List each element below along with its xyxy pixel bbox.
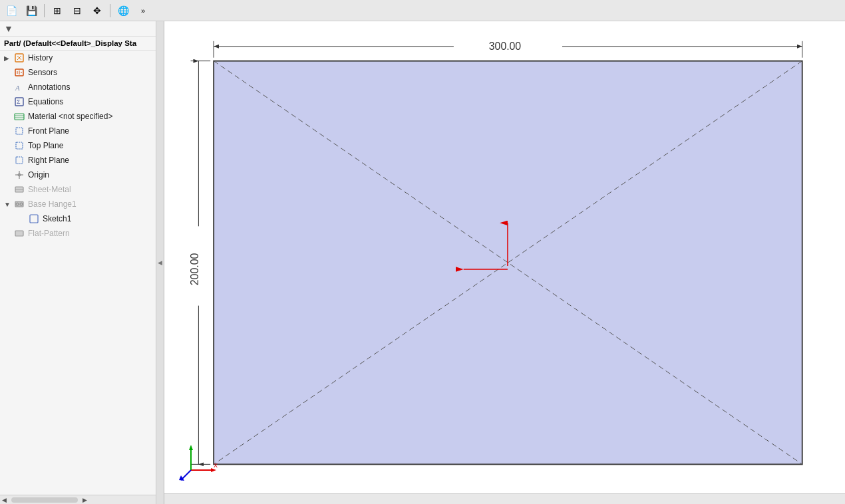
sidebar-collapse-handle[interactable]: ◀ bbox=[156, 21, 164, 504]
svg-text:X: X bbox=[214, 462, 218, 469]
sensors-label: Sensors bbox=[28, 68, 57, 77]
sidebar-filter-bar: ▼ bbox=[0, 21, 156, 37]
new-button[interactable]: 📄 bbox=[3, 2, 20, 19]
sketch1-label: Sketch1 bbox=[43, 214, 71, 223]
sidebar-item-top-plane[interactable]: Top Plane bbox=[0, 138, 156, 153]
sidebar-item-material[interactable]: Material <not specified> bbox=[0, 109, 156, 124]
svg-rect-10 bbox=[15, 114, 24, 120]
top-plane-label: Top Plane bbox=[28, 141, 63, 150]
material-icon bbox=[13, 110, 25, 122]
svg-text:Σ: Σ bbox=[17, 98, 21, 105]
cad-viewport-svg: 300.00 200.00 bbox=[164, 21, 845, 504]
material-label: Material <not specified> bbox=[28, 112, 112, 121]
sidebar-item-history[interactable]: ▶ History bbox=[0, 51, 156, 65]
annotations-label: Annotations bbox=[28, 82, 70, 92]
sidebar-item-flat-pattern[interactable]: Flat-Pattern bbox=[0, 226, 156, 241]
filter-icon: ▼ bbox=[4, 23, 13, 34]
front-plane-label: Front Plane bbox=[28, 126, 69, 136]
view-button[interactable]: 🌐 bbox=[114, 2, 132, 19]
origin-label: Origin bbox=[28, 170, 49, 180]
options-button[interactable]: ⊞ bbox=[49, 2, 66, 19]
sensors-icon bbox=[13, 66, 25, 78]
grid-button[interactable]: ⊟ bbox=[69, 2, 86, 19]
sidebar-item-sheet-metal[interactable]: Sheet-Metal bbox=[0, 182, 156, 197]
canvas-horizontal-scrollbar[interactable] bbox=[164, 493, 845, 504]
base-hinge-icon bbox=[13, 198, 25, 210]
sidebar-tree: ▶ History bbox=[0, 51, 156, 495]
sidebar-item-front-plane[interactable]: Front Plane bbox=[0, 124, 156, 138]
svg-rect-13 bbox=[16, 128, 23, 134]
toolbar-divider-1 bbox=[44, 4, 45, 17]
save-button[interactable]: 💾 bbox=[23, 2, 40, 19]
right-plane-label: Right Plane bbox=[28, 156, 69, 165]
main-area: ▼ Part/ (Default<<Default>_Display Sta ▶… bbox=[0, 21, 845, 504]
svg-rect-21 bbox=[15, 201, 23, 207]
right-plane-icon bbox=[13, 154, 25, 166]
move-button[interactable]: ✥ bbox=[88, 2, 106, 19]
sidebar-horizontal-scrollbar[interactable] bbox=[11, 497, 78, 503]
svg-text:A: A bbox=[15, 84, 20, 92]
sheet-metal-icon bbox=[13, 184, 25, 195]
origin-icon bbox=[13, 169, 25, 181]
svg-marker-52 bbox=[189, 445, 193, 450]
top-plane-icon bbox=[13, 140, 25, 152]
svg-rect-14 bbox=[16, 142, 23, 149]
axes-svg: X bbox=[178, 442, 218, 482]
svg-rect-24 bbox=[30, 215, 38, 223]
sidebar-item-equations[interactable]: Σ Equations bbox=[0, 94, 156, 109]
svg-text:200.00: 200.00 bbox=[189, 253, 200, 285]
sheet-metal-label: Sheet-Metal bbox=[28, 185, 71, 194]
scroll-left-arrow[interactable]: ◀ bbox=[0, 497, 9, 503]
sidebar-item-sketch1[interactable]: Sketch1 bbox=[0, 211, 156, 226]
sidebar: ▼ Part/ (Default<<Default>_Display Sta ▶… bbox=[0, 21, 156, 504]
history-icon bbox=[13, 52, 25, 64]
history-label: History bbox=[28, 53, 53, 63]
sidebar-bottom-bar: ◀ ▶ bbox=[0, 495, 156, 504]
flat-pattern-label: Flat-Pattern bbox=[28, 229, 70, 238]
svg-text:300.00: 300.00 bbox=[489, 41, 522, 52]
toolbar-divider-2 bbox=[110, 4, 110, 17]
main-toolbar: 📄 💾 ⊞ ⊟ ✥ 🌐 » bbox=[0, 0, 845, 21]
front-plane-icon bbox=[13, 125, 25, 137]
sidebar-item-origin[interactable]: Origin bbox=[0, 168, 156, 182]
sidebar-item-sensors[interactable]: Sensors bbox=[0, 65, 156, 80]
equations-icon: Σ bbox=[13, 96, 25, 108]
scroll-right-arrow[interactable]: ▶ bbox=[81, 497, 89, 503]
svg-rect-15 bbox=[16, 157, 23, 164]
axes-indicator: X bbox=[178, 442, 218, 484]
part-title: Part/ (Default<<Default>_Display Sta bbox=[0, 37, 156, 51]
flat-pattern-icon bbox=[13, 227, 25, 239]
expander-base-hinge: ▼ bbox=[4, 201, 12, 208]
annotations-icon: A bbox=[13, 81, 25, 93]
sidebar-item-right-plane[interactable]: Right Plane bbox=[0, 153, 156, 168]
sketch1-icon bbox=[28, 213, 40, 225]
cad-canvas-area[interactable]: 300.00 200.00 bbox=[164, 21, 845, 504]
expander-history: ▶ bbox=[4, 55, 12, 62]
sidebar-item-annotations[interactable]: A Annotations bbox=[0, 80, 156, 94]
base-hinge-label: Base Hange1 bbox=[28, 199, 77, 209]
svg-rect-25 bbox=[15, 231, 23, 236]
sidebar-item-base-hinge[interactable]: ▼ Base Hange1 bbox=[0, 197, 156, 211]
more-button[interactable]: » bbox=[134, 2, 152, 19]
equations-label: Equations bbox=[28, 97, 63, 106]
